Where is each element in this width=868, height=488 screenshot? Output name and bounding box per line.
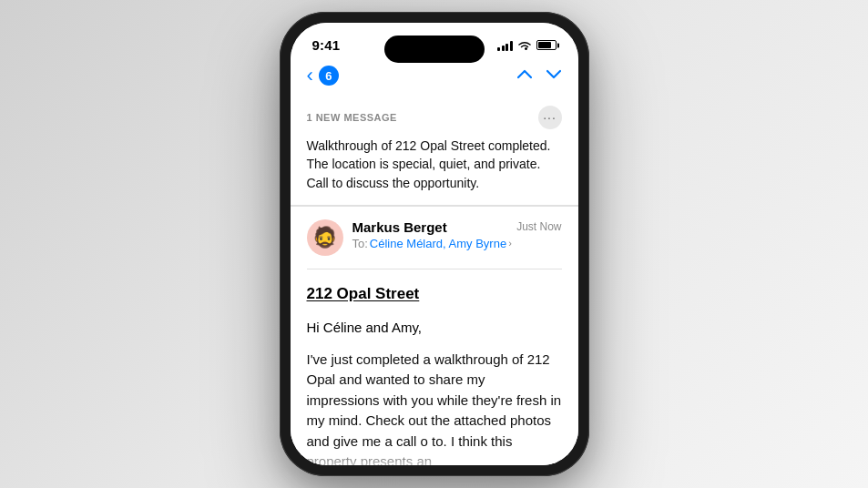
sender-name-row: Markus Berget Just Now [352, 219, 562, 235]
scene: 9:41 [0, 0, 868, 488]
recipients-chevron-icon: › [508, 238, 512, 249]
recipients[interactable]: Céline Mélard, Amy Byrne [370, 237, 506, 250]
email-preview-subject: Walkthrough of 212 Opal Street completed… [307, 137, 562, 192]
phone-frame: 9:41 [280, 12, 589, 476]
email-body: 212 Opal Street Hi Céline and Amy, I've … [307, 282, 562, 465]
nav-left: ‹ 6 [307, 66, 339, 86]
wifi-icon [517, 40, 532, 51]
status-icons [497, 40, 557, 51]
battery-icon [536, 40, 557, 50]
avatar: 🧔 [307, 219, 343, 256]
to-label: To: [352, 237, 368, 250]
phone-screen: 9:41 [291, 23, 578, 465]
timestamp: Just Now [516, 220, 561, 233]
new-message-label: 1 NEW MESSAGE [307, 112, 397, 123]
email-detail: 🧔 Markus Berget Just Now To: Céline Méla… [291, 207, 578, 465]
more-options-button[interactable]: ··· [538, 106, 562, 129]
signal-icon [497, 40, 513, 51]
sender-name: Markus Berget [352, 219, 447, 235]
dynamic-island [384, 36, 485, 63]
next-message-button[interactable] [546, 66, 562, 86]
sender-row: 🧔 Markus Berget Just Now To: Céline Méla… [307, 219, 562, 256]
unread-badge: 6 [319, 66, 339, 86]
nav-right [516, 66, 562, 86]
email-body-paragraph: I've just completed a walkthrough of 212… [307, 350, 562, 465]
sender-info: Markus Berget Just Now To: Céline Mélard… [352, 219, 562, 250]
back-button[interactable]: ‹ [307, 66, 313, 86]
status-time: 9:41 [312, 37, 341, 53]
previous-message-button[interactable] [516, 66, 533, 86]
email-subject-heading: 212 Opal Street [307, 282, 562, 306]
content-area: 1 NEW MESSAGE ··· Walkthrough of 212 Opa… [291, 93, 578, 465]
email-greeting: Hi Céline and Amy, [307, 318, 562, 339]
nav-bar: ‹ 6 [291, 60, 578, 93]
preview-header: 1 NEW MESSAGE ··· [307, 106, 562, 129]
email-body-divider [307, 269, 562, 269]
to-line: To: Céline Mélard, Amy Byrne › [352, 237, 562, 250]
email-preview-card[interactable]: 1 NEW MESSAGE ··· Walkthrough of 212 Opa… [291, 93, 578, 206]
